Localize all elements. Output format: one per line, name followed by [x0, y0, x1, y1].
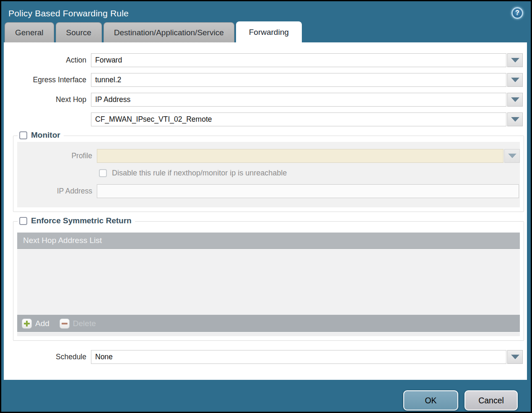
dialog-title: Policy Based Forwarding Rule	[8, 8, 523, 18]
monitor-section: Monitor Profile Disable this rule if nex…	[13, 136, 524, 212]
minus-icon	[60, 319, 70, 329]
action-dropdown-button[interactable]	[507, 53, 523, 67]
disable-rule-row: Disable this rule if nexthop/monitor ip …	[99, 169, 520, 178]
add-button[interactable]: Add	[22, 319, 49, 329]
policy-based-forwarding-rule-dialog: Policy Based Forwarding Rule ? General S…	[0, 0, 532, 413]
next-hop-row: Next Hop IP Address	[4, 93, 523, 107]
monitor-ip-address-row: IP Address	[17, 184, 520, 198]
monitor-body: Profile Disable this rule if nexthop/mon…	[17, 142, 520, 207]
chevron-down-icon	[511, 97, 519, 102]
delete-button[interactable]: Delete	[60, 319, 96, 329]
chevron-down-icon	[511, 355, 519, 359]
monitor-section-label: Monitor	[31, 131, 60, 140]
action-label: Action	[4, 56, 91, 65]
next-hop-address-row: CF_MWAN_IPsec_VTI_02_Remote	[4, 112, 523, 126]
egress-interface-label: Egress Interface	[4, 76, 91, 84]
plus-icon	[22, 319, 32, 329]
next-hop-address-list-table: Next Hop Address List Add Delete	[17, 233, 520, 336]
next-hop-address-combo: CF_MWAN_IPsec_VTI_02_Remote	[91, 112, 523, 126]
next-hop-address-dropdown-button[interactable]	[507, 112, 523, 126]
ok-button[interactable]: OK	[403, 390, 458, 410]
chevron-down-icon	[511, 78, 519, 82]
disable-rule-checkbox[interactable]	[99, 169, 107, 177]
schedule-value[interactable]: None	[91, 350, 506, 364]
next-hop-address-value[interactable]: CF_MWAN_IPsec_VTI_02_Remote	[91, 112, 506, 126]
tab-general[interactable]: General	[5, 22, 54, 42]
next-hop-label: Next Hop	[4, 95, 91, 104]
monitor-ip-address-label: IP Address	[17, 187, 97, 196]
monitor-profile-label: Profile	[17, 152, 97, 160]
dialog-actions: OK Cancel	[1, 380, 531, 410]
schedule-row: Schedule None	[4, 350, 523, 364]
help-icon[interactable]: ?	[511, 7, 523, 19]
egress-interface-row: Egress Interface tunnel.2	[4, 73, 523, 87]
monitor-profile-dropdown-button[interactable]	[504, 149, 520, 163]
next-hop-address-list-header: Next Hop Address List	[17, 233, 520, 249]
next-hop-type-value[interactable]: IP Address	[91, 93, 506, 107]
next-hop-address-list-footer: Add Delete	[17, 315, 520, 332]
action-value[interactable]: Forward	[91, 53, 506, 67]
monitor-checkbox[interactable]	[19, 131, 27, 139]
tab-source[interactable]: Source	[56, 22, 102, 42]
schedule-combo: None	[91, 350, 523, 364]
action-row: Action Forward	[4, 53, 523, 67]
next-hop-address-list-body	[17, 249, 520, 315]
cancel-button[interactable]: Cancel	[465, 390, 518, 410]
enforce-symmetric-return-section: Enforce Symmetric Return Next Hop Addres…	[13, 221, 524, 341]
monitor-profile-value[interactable]	[97, 149, 503, 163]
monitor-legend: Monitor	[18, 131, 64, 140]
delete-button-label: Delete	[73, 319, 96, 328]
table-bottom-strip	[17, 332, 520, 336]
monitor-profile-row: Profile	[17, 149, 520, 163]
chevron-down-icon	[511, 58, 519, 63]
action-combo: Forward	[91, 53, 523, 67]
monitor-ip-address-input[interactable]	[97, 184, 519, 198]
chevron-down-icon	[508, 154, 516, 158]
schedule-dropdown-button[interactable]	[507, 350, 523, 364]
next-hop-combo: IP Address	[91, 93, 523, 107]
enforce-symmetric-return-label: Enforce Symmetric Return	[31, 216, 132, 225]
schedule-label: Schedule	[4, 353, 91, 361]
enforce-symmetric-return-checkbox[interactable]	[19, 217, 27, 225]
tab-bar: General Source Destination/Application/S…	[1, 21, 531, 42]
forwarding-tab-panel: Action Forward Egress Interface tunnel.2…	[4, 42, 527, 380]
egress-interface-value[interactable]: tunnel.2	[91, 73, 506, 87]
monitor-profile-combo	[97, 149, 520, 163]
add-button-label: Add	[35, 319, 49, 328]
tab-destination-application-service[interactable]: Destination/Application/Service	[104, 22, 234, 42]
disable-rule-label: Disable this rule if nexthop/monitor ip …	[112, 169, 287, 178]
egress-interface-dropdown-button[interactable]	[507, 73, 523, 87]
egress-interface-combo: tunnel.2	[91, 73, 523, 87]
tab-forwarding[interactable]: Forwarding	[236, 21, 302, 42]
enforce-symmetric-return-legend: Enforce Symmetric Return	[18, 216, 135, 225]
dialog-titlebar: Policy Based Forwarding Rule ?	[1, 1, 531, 21]
next-hop-dropdown-button[interactable]	[507, 93, 523, 107]
chevron-down-icon	[511, 117, 519, 122]
